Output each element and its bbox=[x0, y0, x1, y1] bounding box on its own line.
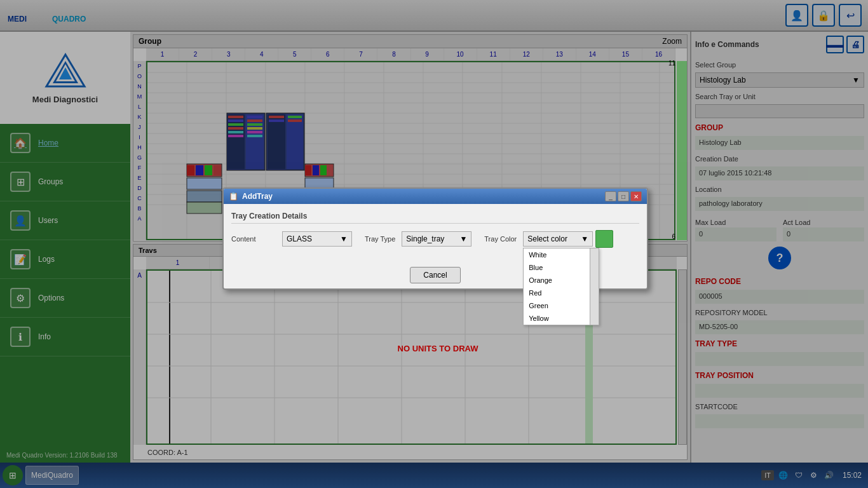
color-option-blue[interactable]: Blue bbox=[524, 261, 599, 274]
modal-titlebar: 📋 AddTray _ □ ✕ bbox=[224, 189, 647, 204]
tray-type-dropdown-icon: ▼ bbox=[459, 234, 467, 243]
color-option-red[interactable]: Red bbox=[524, 287, 599, 299]
tray-type-field-label: Tray Type bbox=[365, 235, 395, 243]
modal-section-title: Tray Creation Details bbox=[231, 212, 639, 224]
tray-type-select-value: Single_tray bbox=[406, 234, 444, 243]
color-option-orange[interactable]: Orange bbox=[524, 274, 599, 287]
cancel-button[interactable]: Cancel bbox=[410, 267, 460, 283]
color-dropdown-icon: ▼ bbox=[581, 234, 588, 243]
modal-body: Tray Creation Details Content GLASS ▼ Tr… bbox=[224, 204, 647, 262]
modal-maximize-button[interactable]: □ bbox=[618, 191, 629, 201]
modal-title-text: AddTray bbox=[242, 192, 273, 201]
color-select-value: Select color bbox=[527, 234, 567, 243]
color-select-container: Select color ▼ White Blue Orange Red Gre… bbox=[523, 230, 613, 248]
content-dropdown-icon: ▼ bbox=[340, 234, 348, 243]
content-field-label: Content bbox=[231, 235, 276, 243]
color-option-white[interactable]: White bbox=[524, 248, 599, 261]
modal-close-button[interactable]: ✕ bbox=[630, 191, 642, 201]
modal-form-row: Content GLASS ▼ Tray Type Single_tray ▼ … bbox=[231, 230, 639, 248]
modal-minimize-button[interactable]: _ bbox=[605, 191, 616, 201]
modal-tray-icon: 📋 bbox=[229, 192, 238, 201]
color-dropdown-list: White Blue Orange Red Green Yellow bbox=[523, 248, 599, 325]
color-option-yellow[interactable]: Yellow bbox=[524, 312, 599, 325]
modal-title: 📋 AddTray bbox=[229, 192, 273, 201]
modal-controls: _ □ ✕ bbox=[605, 191, 642, 201]
content-select-value: GLASS bbox=[287, 234, 312, 243]
tray-color-field-label: Tray Color bbox=[484, 235, 517, 243]
modal-overlay: 📋 AddTray _ □ ✕ Tray Creation Details Co… bbox=[0, 0, 868, 488]
content-select[interactable]: GLASS ▼ bbox=[282, 231, 352, 247]
color-confirm-button[interactable] bbox=[595, 230, 613, 248]
tray-type-select[interactable]: Single_tray ▼ bbox=[402, 231, 471, 247]
add-tray-modal: 📋 AddTray _ □ ✕ Tray Creation Details Co… bbox=[222, 187, 648, 290]
color-option-green[interactable]: Green bbox=[524, 299, 599, 312]
color-select[interactable]: Select color ▼ bbox=[523, 231, 593, 247]
color-list-scrollbar[interactable] bbox=[590, 248, 599, 325]
